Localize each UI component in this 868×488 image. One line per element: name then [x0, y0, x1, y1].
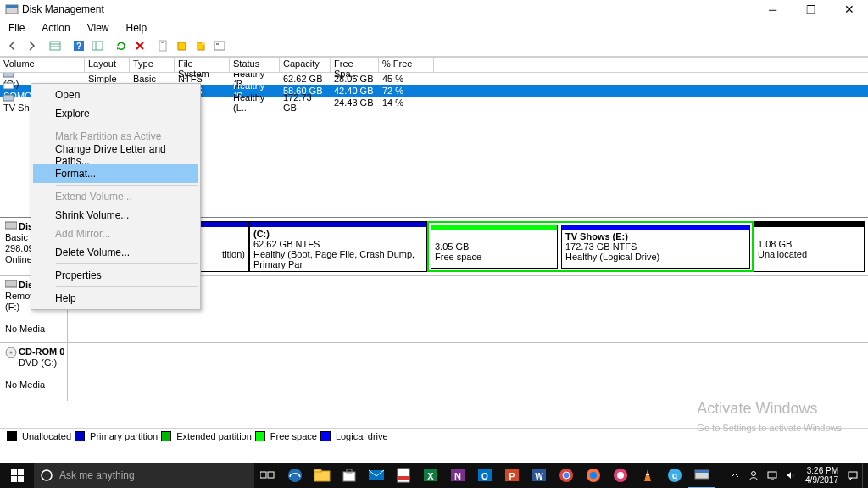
- ctx-shrink[interactable]: Shrink Volume...: [33, 206, 198, 225]
- taskbar-search[interactable]: Ask me anything: [34, 463, 254, 488]
- partition-unallocated[interactable]: 1.08 GB Unallocated: [754, 221, 865, 272]
- tray-volume-icon[interactable]: [782, 470, 800, 480]
- svg-rect-7: [92, 42, 103, 50]
- svg-text:O: O: [481, 472, 488, 481]
- cell-cap: 62.62 GB: [280, 74, 331, 84]
- svg-rect-16: [3, 73, 14, 77]
- svg-point-13: [202, 42, 205, 45]
- windows-icon: [11, 469, 24, 482]
- close-button[interactable]: ✕: [830, 0, 868, 19]
- col-volume[interactable]: Volume: [0, 58, 85, 72]
- settings-button[interactable]: [210, 36, 229, 55]
- col-layout[interactable]: Layout: [85, 58, 130, 72]
- taskbar-app-vlc[interactable]: [634, 463, 661, 488]
- new-volume-button[interactable]: [173, 36, 192, 55]
- legend-swatch-freespace: [255, 431, 265, 441]
- svg-rect-37: [398, 476, 409, 480]
- disk-row-cd: CD-ROM 0 DVD (G:) No Media: [0, 343, 868, 401]
- taskbar-app-pdf[interactable]: [390, 463, 417, 488]
- ctx-help[interactable]: Help: [33, 289, 198, 308]
- minimize-button[interactable]: ─: [754, 0, 792, 19]
- ctx-explore[interactable]: Explore: [33, 104, 198, 123]
- disk-icon: [5, 221, 17, 230]
- svg-rect-11: [178, 42, 186, 50]
- partition-e[interactable]: TV Shows (E:) 172.73 GB NTFS Healthy (Lo…: [561, 225, 750, 269]
- col-filesystem[interactable]: File System: [175, 58, 230, 72]
- taskbar-app-edge[interactable]: [281, 463, 309, 488]
- separator: [56, 263, 198, 264]
- clock-time: 3:26 PM: [807, 466, 838, 475]
- taskbar-app-itunes[interactable]: [607, 463, 634, 488]
- tray-chevron-icon[interactable]: [726, 471, 744, 480]
- partition-c[interactable]: (C:) 62.62 GB NTFS Healthy (Boot, Page F…: [249, 221, 427, 272]
- taskbar-app-explorer[interactable]: [309, 463, 336, 488]
- col-capacity[interactable]: Capacity: [280, 58, 331, 72]
- taskbar-app-onenote[interactable]: N: [444, 463, 471, 488]
- tray-network-icon[interactable]: [763, 470, 782, 480]
- taskbar-app-word[interactable]: W: [526, 463, 553, 488]
- svg-rect-28: [260, 472, 266, 478]
- start-button[interactable]: [0, 463, 34, 488]
- refresh-button[interactable]: [112, 36, 131, 55]
- svg-point-22: [10, 352, 13, 354]
- ctx-format[interactable]: Format...: [33, 164, 198, 183]
- ctx-open[interactable]: Open: [33, 86, 198, 104]
- taskbar-app-powerpoint[interactable]: P: [498, 463, 526, 488]
- task-view-button[interactable]: [254, 463, 281, 488]
- delete-button[interactable]: [131, 36, 149, 55]
- svg-text:q: q: [672, 471, 677, 480]
- disk-info[interactable]: CD-ROM 0 DVD (G:) No Media: [0, 343, 68, 401]
- ctx-extend: Extend Volume...: [33, 187, 198, 206]
- tray-notifications-icon[interactable]: [843, 470, 862, 480]
- help-button[interactable]: ?: [70, 36, 88, 55]
- separator: [56, 125, 198, 125]
- svg-rect-60: [768, 472, 776, 478]
- forward-button[interactable]: [22, 36, 41, 55]
- taskbar-app-excel[interactable]: X: [417, 463, 444, 488]
- partition-freespace[interactable]: 3.05 GB Free space: [431, 225, 558, 269]
- col-pctfree[interactable]: % Free: [379, 58, 434, 72]
- ctx-delete[interactable]: Delete Volume...: [33, 243, 198, 262]
- taskbar-app-outlook[interactable]: O: [471, 463, 498, 488]
- cell-free: 24.43 GB: [331, 97, 379, 108]
- show-desktop-button[interactable]: [862, 463, 868, 488]
- col-status[interactable]: Status: [230, 58, 280, 72]
- maximize-button[interactable]: ❐: [792, 0, 830, 19]
- legend-swatch-unallocated: [7, 431, 17, 441]
- menu-file[interactable]: File: [5, 21, 28, 35]
- grid-view-button[interactable]: [46, 36, 64, 55]
- svg-point-49: [563, 472, 570, 479]
- ctx-properties[interactable]: Properties: [33, 266, 198, 285]
- partition-status: Healthy (Boot, Page File, Crash Dump, Pr…: [253, 249, 415, 269]
- taskbar-app-qbittorrent[interactable]: q: [661, 463, 688, 488]
- tray-people-icon[interactable]: [744, 470, 763, 480]
- drive-icon: [3, 92, 14, 103]
- taskbar-app-mail[interactable]: [363, 463, 390, 488]
- disk-state: Online: [5, 254, 32, 264]
- cell-free: 42.40 GB: [331, 86, 379, 96]
- col-type[interactable]: Type: [130, 58, 175, 72]
- separator: [56, 286, 198, 287]
- properties-button[interactable]: [154, 36, 173, 55]
- taskbar-app-diskmgmt[interactable]: [688, 462, 715, 488]
- svg-rect-9: [159, 41, 166, 51]
- taskbar-app-chrome[interactable]: [553, 463, 580, 488]
- legend-extended: Extended partition: [176, 431, 252, 441]
- svg-rect-19: [5, 222, 17, 229]
- col-freespace[interactable]: Free Spa...: [331, 58, 379, 72]
- cell-pct: 14 %: [379, 97, 434, 108]
- wizard-button[interactable]: [192, 36, 210, 55]
- disk-media: No Media: [5, 324, 45, 334]
- menu-view[interactable]: View: [84, 21, 113, 35]
- legend-swatch-logical: [320, 431, 331, 441]
- taskbar-app-store[interactable]: [336, 463, 363, 488]
- list-button[interactable]: [88, 36, 107, 55]
- menu-help[interactable]: Help: [123, 21, 151, 35]
- svg-rect-58: [695, 470, 709, 473]
- tray-clock[interactable]: 3:26 PM 4/9/2017: [800, 466, 843, 485]
- ctx-change-letter[interactable]: Change Drive Letter and Paths...: [33, 146, 198, 164]
- back-button[interactable]: [3, 36, 22, 55]
- menu-action[interactable]: Action: [38, 21, 73, 35]
- svg-text:?: ?: [76, 42, 81, 51]
- taskbar-app-firefox[interactable]: [580, 463, 607, 488]
